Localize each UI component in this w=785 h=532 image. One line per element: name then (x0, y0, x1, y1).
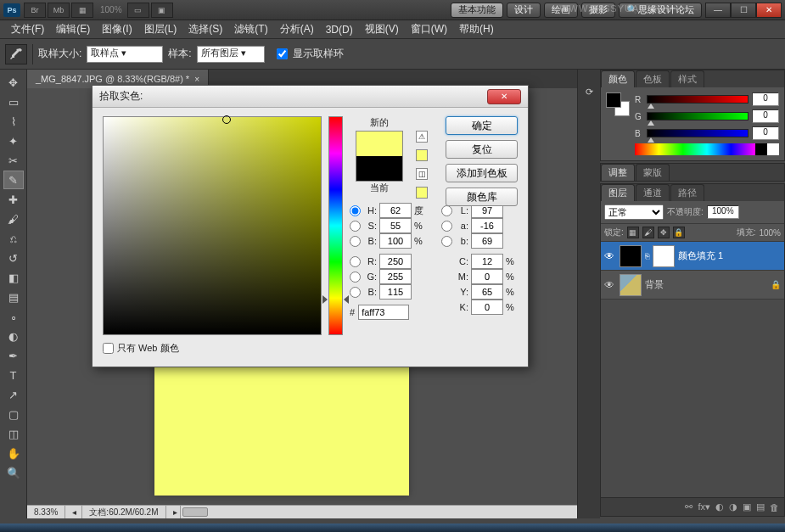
dialog-titlebar[interactable]: 拾取实色: ✕ (93, 86, 528, 108)
heal-tool[interactable]: ✚ (3, 190, 24, 209)
tab-adjust[interactable]: 调整 (601, 164, 635, 181)
layer-row[interactable]: 👁 ⎘ 颜色填充 1 (601, 242, 784, 271)
layer-thumb[interactable] (620, 245, 642, 267)
tab-mask[interactable]: 蒙版 (636, 164, 670, 181)
blend-mode-select[interactable]: 正常 (604, 204, 664, 220)
status-arrow-left[interactable]: ◂ (65, 506, 82, 518)
close-button[interactable]: ✕ (756, 3, 782, 18)
visibility-icon[interactable]: 👁 (604, 250, 616, 262)
g-value[interactable]: 0 (752, 109, 779, 123)
screen-mode-button[interactable]: ▣ (151, 3, 173, 18)
move-tool[interactable]: ✥ (3, 73, 24, 92)
crop-tool[interactable]: ✂ (3, 151, 24, 170)
menu-3d[interactable]: 3D(D) (320, 24, 359, 36)
sample-size-select[interactable]: 取样点 ▾ (87, 46, 163, 63)
fx-icon[interactable]: fx▾ (698, 501, 710, 512)
status-arrow-right[interactable]: ▸ (166, 506, 181, 518)
mask-icon[interactable]: ◐ (715, 501, 724, 512)
wand-tool[interactable]: ✦ (3, 132, 24, 150)
menu-filter[interactable]: 滤镜(T) (228, 22, 273, 36)
l-radio[interactable] (441, 205, 452, 216)
dialog-close-button[interactable]: ✕ (487, 89, 521, 104)
gamut-color-swatch[interactable] (416, 149, 428, 161)
close-tab-icon[interactable]: × (194, 75, 199, 84)
hand-tool[interactable]: ✋ (3, 444, 24, 462)
bv-radio[interactable] (350, 236, 361, 247)
lock-all-icon[interactable]: 🔒 (673, 227, 685, 238)
r-value[interactable]: 0 (752, 92, 779, 106)
group-icon[interactable]: ▣ (743, 501, 751, 512)
b-value[interactable]: 0 (752, 126, 779, 140)
new-layer-icon[interactable]: ▤ (756, 501, 765, 512)
h-input[interactable] (379, 203, 412, 218)
bridge-button[interactable]: Br (24, 3, 46, 18)
websafe-color-swatch[interactable] (416, 187, 428, 199)
s-radio[interactable] (350, 221, 361, 232)
r-input[interactable] (379, 254, 412, 269)
layer-row[interactable]: 👁 背景 🔒 (601, 271, 784, 300)
lock-pos-icon[interactable]: ✥ (658, 227, 670, 238)
status-zoom[interactable]: 8.33% (27, 506, 65, 518)
minimize-button[interactable]: — (705, 3, 731, 18)
trash-icon[interactable]: 🗑 (770, 502, 779, 512)
dodge-tool[interactable]: ◐ (3, 327, 24, 345)
hex-input[interactable] (358, 305, 409, 320)
menu-edit[interactable]: 编辑(E) (50, 22, 96, 36)
reset-button[interactable]: 复位 (446, 140, 518, 159)
menu-file[interactable]: 文件(F) (5, 22, 50, 36)
workspace-design[interactable]: 设计 (507, 3, 541, 18)
menu-help[interactable]: 帮助(H) (453, 22, 500, 36)
y-input[interactable] (471, 284, 503, 300)
menu-analysis[interactable]: 分析(A) (274, 22, 320, 36)
hue-slider[interactable] (328, 116, 343, 335)
opacity-value[interactable]: 100% (707, 205, 739, 219)
menu-view[interactable]: 视图(V) (359, 22, 405, 36)
c-input[interactable] (471, 254, 503, 269)
eyedropper-icon[interactable] (5, 44, 27, 64)
layer-thumb[interactable] (620, 274, 642, 296)
zoom-tool[interactable]: 🔍 (3, 463, 24, 482)
color-libraries-button[interactable]: 颜色库 (446, 188, 518, 206)
sample-layers-select[interactable]: 所有图层 ▾ (197, 46, 265, 63)
menu-image[interactable]: 图像(I) (96, 22, 137, 36)
search-help[interactable]: 🔍 思缘设计论坛 (619, 3, 702, 18)
collapsed-panel-strip[interactable]: ⟳ (578, 70, 600, 518)
tab-color[interactable]: 颜色 (601, 70, 635, 87)
stamp-tool[interactable]: ⎌ (3, 229, 24, 248)
r-radio[interactable] (350, 256, 361, 267)
marquee-tool[interactable]: ▭ (3, 92, 24, 111)
bv-input[interactable] (379, 233, 412, 249)
fg-bg-swatch[interactable] (606, 92, 630, 116)
type-tool[interactable]: T (3, 366, 24, 384)
menu-select[interactable]: 选择(S) (182, 22, 228, 36)
history-brush-tool[interactable]: ↺ (3, 249, 24, 267)
m-input[interactable] (471, 269, 503, 284)
tab-channels[interactable]: 通道 (636, 184, 670, 201)
blur-tool[interactable]: ∘ (3, 307, 24, 326)
lock-paint-icon[interactable]: 🖌 (642, 227, 654, 238)
shape-tool[interactable]: ▢ (3, 405, 24, 423)
g-slider[interactable] (647, 112, 749, 120)
a-input[interactable] (471, 218, 503, 233)
web-only-checkbox[interactable] (103, 343, 114, 354)
bc-input[interactable] (379, 284, 412, 300)
menu-layer[interactable]: 图层(L) (138, 22, 183, 36)
view-extras-button[interactable]: ▦ (71, 3, 93, 18)
tab-styles[interactable]: 样式 (670, 70, 704, 87)
bl-input[interactable] (471, 233, 503, 249)
arrange-button[interactable]: ▭ (127, 3, 149, 18)
lasso-tool[interactable]: ⌇ (3, 112, 24, 131)
workspace-photography[interactable]: 摄影 (581, 3, 615, 18)
workspace-essentials[interactable]: 基本功能 (451, 3, 503, 18)
bl-radio[interactable] (441, 236, 452, 247)
adjustment-icon[interactable]: ◑ (729, 501, 737, 512)
s-input[interactable] (379, 218, 412, 233)
k-input[interactable] (471, 300, 503, 315)
layer-name[interactable]: 背景 (645, 278, 767, 291)
fill-value[interactable]: 100% (759, 228, 781, 238)
minibridge-button[interactable]: Mb (48, 3, 70, 18)
maximize-button[interactable]: ☐ (731, 3, 756, 18)
workspace-painting[interactable]: 绘画 (544, 3, 578, 18)
status-docsize[interactable]: 文档:60.2M/60.2M (82, 506, 165, 518)
add-swatch-button[interactable]: 添加到色板 (446, 164, 518, 182)
